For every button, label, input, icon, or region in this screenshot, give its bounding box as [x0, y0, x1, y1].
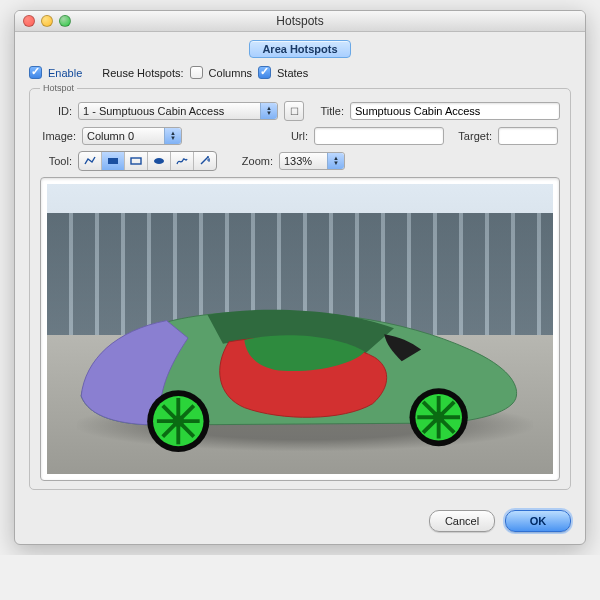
url-field[interactable]: [314, 127, 444, 145]
traffic-lights: [23, 15, 71, 27]
reuse-label: Reuse Hotspots:: [102, 67, 183, 79]
image-label: Image:: [40, 130, 76, 142]
ok-button[interactable]: OK: [505, 510, 571, 532]
tool-polyline[interactable]: [79, 152, 102, 170]
target-label: Target:: [450, 130, 492, 142]
columns-checkbox[interactable]: [190, 66, 203, 79]
id-action-button[interactable]: ☐: [284, 101, 304, 121]
url-label: Url:: [284, 130, 308, 142]
enable-label: Enable: [48, 67, 82, 79]
svg-point-13: [173, 415, 185, 427]
tool-wand[interactable]: [194, 152, 216, 170]
tab-area-hotspots[interactable]: Area Hotspots: [249, 40, 350, 58]
states-checkbox[interactable]: [258, 66, 271, 79]
hotspots-window: Hotspots Area Hotspots Enable Reuse Hots…: [14, 10, 586, 545]
fieldset-legend: Hotspot: [40, 83, 77, 93]
svg-point-2: [154, 158, 164, 164]
cancel-button[interactable]: Cancel: [429, 510, 495, 532]
id-value: 1 - Sumptuous Cabin Access: [83, 105, 224, 117]
tool-freehand[interactable]: [171, 152, 194, 170]
states-label: States: [277, 67, 308, 79]
target-field[interactable]: [498, 127, 558, 145]
id-select[interactable]: 1 - Sumptuous Cabin Access ▲▼: [78, 102, 278, 120]
chevron-updown-icon: ▲▼: [164, 128, 181, 144]
tool-rect-outline[interactable]: [125, 152, 148, 170]
svg-rect-0: [108, 158, 118, 164]
svg-point-20: [433, 411, 445, 423]
tool-segmented: [78, 151, 217, 171]
enable-checkbox[interactable]: [29, 66, 42, 79]
zoom-label: Zoom:: [235, 155, 273, 167]
title-label: Title:: [310, 105, 344, 117]
titlebar[interactable]: Hotspots: [15, 11, 585, 32]
chevron-updown-icon: ▲▼: [327, 153, 344, 169]
zoom-select[interactable]: 133% ▲▼: [279, 152, 345, 170]
zoom-value: 133%: [284, 155, 312, 167]
tool-rect-fill[interactable]: [102, 152, 125, 170]
tool-ellipse[interactable]: [148, 152, 171, 170]
zoom-icon[interactable]: [59, 15, 71, 27]
window-title: Hotspots: [15, 14, 585, 28]
id-label: ID:: [40, 105, 72, 117]
svg-line-3: [201, 157, 208, 164]
svg-point-4: [207, 156, 209, 158]
close-icon[interactable]: [23, 15, 35, 27]
title-field[interactable]: [350, 102, 560, 120]
car-illustration: [52, 280, 538, 454]
minimize-icon[interactable]: [41, 15, 53, 27]
image-select[interactable]: Column 0 ▲▼: [82, 127, 182, 145]
canvas-frame: [40, 177, 560, 481]
tool-label: Tool:: [40, 155, 72, 167]
hotspot-canvas[interactable]: [47, 184, 553, 474]
hotspot-fieldset: Hotspot ID: 1 - Sumptuous Cabin Access ▲…: [29, 83, 571, 490]
image-value: Column 0: [87, 130, 134, 142]
chevron-updown-icon: ▲▼: [260, 103, 277, 119]
columns-label: Columns: [209, 67, 252, 79]
svg-rect-1: [131, 158, 141, 164]
